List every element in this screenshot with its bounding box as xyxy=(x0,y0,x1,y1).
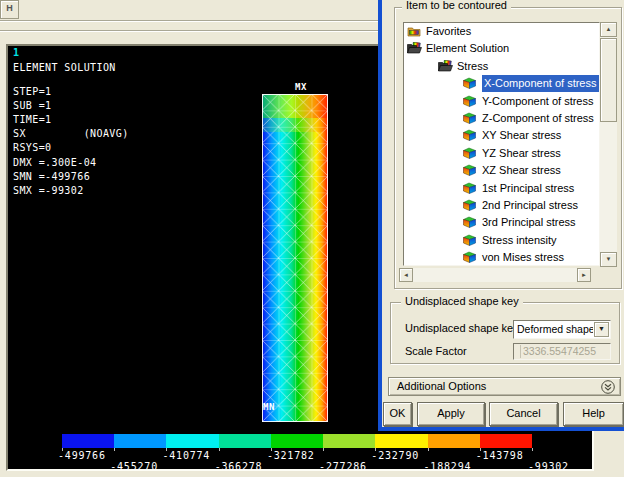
annotation-line: SUB =1 xyxy=(13,100,52,111)
legend-value: -366278 xyxy=(215,461,263,472)
help-button[interactable]: Help xyxy=(563,402,624,426)
scroll-down-button[interactable]: ▼ xyxy=(600,252,617,267)
tree-item-xy-shear-stress[interactable]: XY Shear stress xyxy=(404,127,599,144)
contour-item-listbox[interactable]: FavoritesElement SolutionStressX-Compone… xyxy=(403,22,600,266)
tree-item-2nd-principal-stress[interactable]: 2nd Principal stress xyxy=(404,197,599,214)
tree-item-label: XY Shear stress xyxy=(482,127,561,144)
scroll-left-button[interactable]: ◄ xyxy=(399,268,413,282)
tree-item-von-mises-stress[interactable]: von Mises stress xyxy=(404,249,599,265)
tree-item-label: XZ Shear stress xyxy=(482,162,561,179)
cube-icon xyxy=(463,112,476,126)
max-marker-label: MX xyxy=(295,82,307,92)
apply-button[interactable]: Apply xyxy=(417,402,485,426)
tree-item-label: Stress xyxy=(457,58,488,75)
scale-factor-value: 3336.55474255 xyxy=(523,345,596,357)
undisplaced-shape-key-combobox[interactable]: Deformed shape or ▼ xyxy=(513,320,611,339)
app-window: H 1 ELEMENT SOLUTIONSTEP=1SUB =1TIME=1SX… xyxy=(0,0,624,477)
legend-segment xyxy=(62,434,115,448)
tree-item-yz-shear-stress[interactable]: YZ Shear stress xyxy=(404,145,599,162)
tree-item-element-solution[interactable]: Element Solution xyxy=(404,40,599,57)
legend-value: -232790 xyxy=(371,450,419,461)
annotation-line: STEP=1 xyxy=(13,86,52,97)
cube-icon xyxy=(463,234,476,248)
legend-value: -188294 xyxy=(424,461,472,472)
legend-tick xyxy=(114,448,115,451)
tree-item-label: Element Solution xyxy=(426,40,509,57)
toolbar-divider-2 xyxy=(0,30,378,32)
annotation-line: TIME=1 xyxy=(13,114,52,125)
tree-item-favorites[interactable]: Favorites xyxy=(404,23,599,40)
tree-item-label: von Mises stress xyxy=(482,249,564,265)
legend-tick xyxy=(219,448,220,451)
cancel-button[interactable]: Cancel xyxy=(489,402,558,426)
element-mesh xyxy=(262,94,328,422)
cube-icon xyxy=(463,95,476,109)
cube-icon xyxy=(463,164,476,178)
tree-item-label: 3rd Principal stress xyxy=(482,214,576,231)
cube-icon xyxy=(463,147,476,161)
contour-plot-dialog: Item to be contoured FavoritesElement So… xyxy=(378,0,624,431)
legend-segment xyxy=(166,434,219,448)
item-to-be-contoured-title: Item to be contoured xyxy=(402,0,511,11)
legend-value: -277286 xyxy=(319,461,367,472)
tree-item-3rd-principal-stress[interactable]: 3rd Principal stress xyxy=(404,214,599,231)
tree-horizontal-scrollbar[interactable]: ◄ ► xyxy=(399,268,591,282)
legend-segment xyxy=(114,434,167,448)
tree-item-stress-intensity[interactable]: Stress intensity xyxy=(404,232,599,249)
contour-model[interactable] xyxy=(262,94,328,422)
annotation-line: SMN =-499766 xyxy=(13,171,90,182)
legend-segment xyxy=(480,434,533,448)
toolbar-button-partial[interactable]: H xyxy=(0,0,19,19)
cube-icon xyxy=(463,199,476,213)
tree-item-label: Y-Component of stress xyxy=(482,93,593,110)
legend-value: -321782 xyxy=(267,450,315,461)
annotation-line: SMX =-99302 xyxy=(13,185,84,196)
legend-value: -410774 xyxy=(162,450,210,461)
scroll-thumb[interactable] xyxy=(600,38,617,122)
ok-button[interactable]: OK xyxy=(383,402,412,426)
legend-value: -499766 xyxy=(58,450,106,461)
annotation-line: DMX =.300E-04 xyxy=(13,157,96,168)
tree-item-label: 1st Principal stress xyxy=(482,180,574,197)
combobox-value: Deformed shape or xyxy=(517,322,593,337)
expand-chevron-icon[interactable] xyxy=(600,379,616,395)
combobox-dropdown-icon[interactable]: ▼ xyxy=(594,322,609,337)
tree-item-label: YZ Shear stress xyxy=(482,145,561,162)
folder-closed-icon xyxy=(407,25,421,39)
legend-value: -99302 xyxy=(528,461,569,472)
additional-options-label: Additional Options xyxy=(397,380,486,392)
undisplaced-shape-key-title: Undisplaced shape key xyxy=(401,296,523,307)
tree-item-label: Stress intensity xyxy=(482,232,557,249)
legend-tick xyxy=(428,448,429,451)
folder-open-icon xyxy=(407,42,422,56)
scroll-up-button[interactable]: ▲ xyxy=(600,22,617,37)
field-divider xyxy=(520,345,521,358)
folder-open-icon xyxy=(438,60,453,74)
annotation-line: SX (NOAVG) xyxy=(13,128,129,139)
tree-item-y-component-of-stress[interactable]: Y-Component of stress xyxy=(404,93,599,110)
tree-item-label: Favorites xyxy=(426,23,471,40)
tree-item-z-component-of-stress[interactable]: Z-Component of stress xyxy=(404,110,599,127)
legend-segment xyxy=(428,434,481,448)
scale-factor-field: 3336.55474255 xyxy=(513,343,611,360)
cube-icon xyxy=(463,129,476,143)
additional-options-expander[interactable]: Additional Options xyxy=(388,377,621,396)
legend-tick xyxy=(532,448,533,451)
min-marker-label: MN xyxy=(263,402,275,412)
tree-item-x-component-of-stress[interactable]: X-Component of stress xyxy=(404,75,599,92)
undisplaced-shape-key-label: Undisplaced shape key xyxy=(405,322,519,334)
tree-item-label: Z-Component of stress xyxy=(482,110,594,127)
tree-item-xz-shear-stress[interactable]: XZ Shear stress xyxy=(404,162,599,179)
scroll-right-button[interactable]: ► xyxy=(577,268,591,282)
cube-icon xyxy=(463,77,476,91)
plot-number: 1 xyxy=(13,47,19,58)
cube-icon xyxy=(463,182,476,196)
cube-icon xyxy=(463,251,476,265)
legend-segment xyxy=(323,434,376,448)
annotation-line: ELEMENT SOLUTION xyxy=(13,62,116,73)
tree-item-stress[interactable]: Stress xyxy=(404,58,599,75)
cube-icon xyxy=(463,216,476,230)
tree-item-1st-principal-stress[interactable]: 1st Principal stress xyxy=(404,180,599,197)
tree-vertical-scrollbar[interactable]: ▲ ▼ xyxy=(600,22,617,267)
legend-segment xyxy=(271,434,324,448)
